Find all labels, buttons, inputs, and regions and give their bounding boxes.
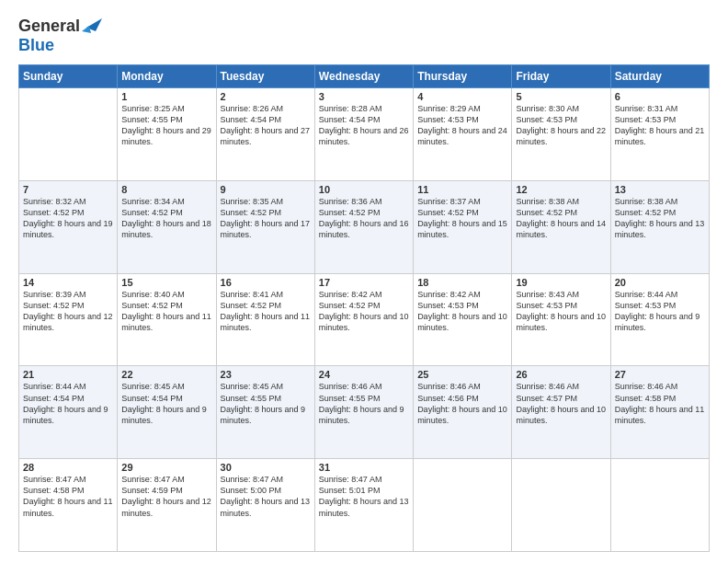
day-number: 23 bbox=[221, 369, 311, 380]
calendar-cell: 7 Sunrise: 8:32 AMSunset: 4:52 PMDayligh… bbox=[19, 180, 118, 273]
cell-info: Sunrise: 8:44 AMSunset: 4:53 PMDaylight:… bbox=[615, 289, 705, 334]
col-header-monday: Monday bbox=[118, 65, 216, 88]
day-number: 26 bbox=[516, 369, 606, 380]
day-number: 8 bbox=[121, 184, 211, 195]
col-header-saturday: Saturday bbox=[610, 65, 709, 88]
cell-info: Sunrise: 8:47 AMSunset: 5:01 PMDaylight:… bbox=[319, 474, 409, 519]
calendar-cell: 15 Sunrise: 8:40 AMSunset: 4:52 PMDaylig… bbox=[118, 273, 216, 366]
calendar-cell: 28 Sunrise: 8:47 AMSunset: 4:58 PMDaylig… bbox=[19, 459, 118, 552]
day-number: 16 bbox=[221, 277, 311, 288]
calendar-week-row: 14 Sunrise: 8:39 AMSunset: 4:52 PMDaylig… bbox=[19, 273, 710, 366]
calendar-cell: 19 Sunrise: 8:43 AMSunset: 4:53 PMDaylig… bbox=[512, 273, 610, 366]
day-number: 2 bbox=[221, 91, 311, 102]
calendar-cell: 3 Sunrise: 8:28 AMSunset: 4:54 PMDayligh… bbox=[314, 88, 413, 181]
cell-info: Sunrise: 8:47 AMSunset: 4:59 PMDaylight:… bbox=[121, 474, 211, 519]
day-number: 5 bbox=[516, 91, 606, 102]
col-header-tuesday: Tuesday bbox=[216, 65, 314, 88]
cell-info: Sunrise: 8:42 AMSunset: 4:52 PMDaylight:… bbox=[319, 289, 409, 334]
cell-info: Sunrise: 8:45 AMSunset: 4:54 PMDaylight:… bbox=[121, 381, 211, 426]
day-number: 14 bbox=[23, 277, 113, 288]
calendar-cell: 29 Sunrise: 8:47 AMSunset: 4:59 PMDaylig… bbox=[118, 459, 216, 552]
calendar-cell: 14 Sunrise: 8:39 AMSunset: 4:52 PMDaylig… bbox=[19, 273, 118, 366]
calendar-cell bbox=[19, 88, 118, 181]
day-number: 7 bbox=[23, 184, 113, 195]
day-number: 13 bbox=[615, 184, 705, 195]
calendar-cell: 9 Sunrise: 8:35 AMSunset: 4:52 PMDayligh… bbox=[216, 180, 314, 273]
day-number: 29 bbox=[121, 462, 211, 473]
calendar-cell: 5 Sunrise: 8:30 AMSunset: 4:53 PMDayligh… bbox=[512, 88, 610, 181]
calendar-cell: 22 Sunrise: 8:45 AMSunset: 4:54 PMDaylig… bbox=[118, 366, 216, 459]
cell-info: Sunrise: 8:31 AMSunset: 4:53 PMDaylight:… bbox=[615, 103, 705, 148]
calendar-cell: 27 Sunrise: 8:46 AMSunset: 4:58 PMDaylig… bbox=[610, 366, 709, 459]
cell-info: Sunrise: 8:30 AMSunset: 4:53 PMDaylight:… bbox=[516, 103, 606, 148]
cell-info: Sunrise: 8:39 AMSunset: 4:52 PMDaylight:… bbox=[23, 289, 113, 334]
calendar-cell: 1 Sunrise: 8:25 AMSunset: 4:55 PMDayligh… bbox=[118, 88, 216, 181]
day-number: 17 bbox=[319, 277, 409, 288]
calendar-cell: 24 Sunrise: 8:46 AMSunset: 4:55 PMDaylig… bbox=[314, 366, 413, 459]
day-number: 28 bbox=[23, 462, 113, 473]
cell-info: Sunrise: 8:46 AMSunset: 4:57 PMDaylight:… bbox=[516, 381, 606, 426]
calendar-cell: 31 Sunrise: 8:47 AMSunset: 5:01 PMDaylig… bbox=[314, 459, 413, 552]
calendar-cell: 16 Sunrise: 8:41 AMSunset: 4:52 PMDaylig… bbox=[216, 273, 314, 366]
calendar-cell: 23 Sunrise: 8:45 AMSunset: 4:55 PMDaylig… bbox=[216, 366, 314, 459]
col-header-thursday: Thursday bbox=[414, 65, 512, 88]
cell-info: Sunrise: 8:36 AMSunset: 4:52 PMDaylight:… bbox=[319, 196, 409, 241]
day-number: 4 bbox=[417, 91, 507, 102]
calendar-cell: 2 Sunrise: 8:26 AMSunset: 4:54 PMDayligh… bbox=[216, 88, 314, 181]
header: General Blue bbox=[18, 17, 710, 55]
cell-info: Sunrise: 8:45 AMSunset: 4:55 PMDaylight:… bbox=[221, 381, 311, 426]
cell-info: Sunrise: 8:25 AMSunset: 4:55 PMDaylight:… bbox=[121, 103, 211, 148]
calendar-cell: 4 Sunrise: 8:29 AMSunset: 4:53 PMDayligh… bbox=[414, 88, 512, 181]
cell-info: Sunrise: 8:47 AMSunset: 5:00 PMDaylight:… bbox=[221, 474, 311, 519]
cell-info: Sunrise: 8:29 AMSunset: 4:53 PMDaylight:… bbox=[417, 103, 507, 148]
cell-info: Sunrise: 8:38 AMSunset: 4:52 PMDaylight:… bbox=[516, 196, 606, 241]
logo-blue-text: Blue bbox=[18, 36, 54, 54]
calendar-cell bbox=[610, 459, 709, 552]
col-header-friday: Friday bbox=[512, 65, 610, 88]
day-number: 27 bbox=[615, 369, 705, 380]
calendar-week-row: 7 Sunrise: 8:32 AMSunset: 4:52 PMDayligh… bbox=[19, 180, 710, 273]
day-number: 31 bbox=[319, 462, 409, 473]
logo: General Blue bbox=[18, 17, 102, 55]
day-number: 1 bbox=[121, 91, 211, 102]
calendar-cell: 12 Sunrise: 8:38 AMSunset: 4:52 PMDaylig… bbox=[512, 180, 610, 273]
cell-info: Sunrise: 8:28 AMSunset: 4:54 PMDaylight:… bbox=[319, 103, 409, 148]
calendar-cell: 30 Sunrise: 8:47 AMSunset: 5:00 PMDaylig… bbox=[216, 459, 314, 552]
calendar-cell: 18 Sunrise: 8:42 AMSunset: 4:53 PMDaylig… bbox=[414, 273, 512, 366]
cell-info: Sunrise: 8:46 AMSunset: 4:58 PMDaylight:… bbox=[615, 381, 705, 426]
calendar-header-row: SundayMondayTuesdayWednesdayThursdayFrid… bbox=[19, 65, 710, 88]
day-number: 11 bbox=[417, 184, 507, 195]
cell-info: Sunrise: 8:46 AMSunset: 4:56 PMDaylight:… bbox=[417, 381, 507, 426]
calendar-cell: 26 Sunrise: 8:46 AMSunset: 4:57 PMDaylig… bbox=[512, 366, 610, 459]
col-header-sunday: Sunday bbox=[19, 65, 118, 88]
cell-info: Sunrise: 8:26 AMSunset: 4:54 PMDaylight:… bbox=[221, 103, 311, 148]
day-number: 19 bbox=[516, 277, 606, 288]
calendar-cell: 6 Sunrise: 8:31 AMSunset: 4:53 PMDayligh… bbox=[610, 88, 709, 181]
logo-bird-icon bbox=[82, 18, 102, 35]
day-number: 24 bbox=[319, 369, 409, 380]
cell-info: Sunrise: 8:47 AMSunset: 4:58 PMDaylight:… bbox=[23, 474, 113, 519]
day-number: 30 bbox=[221, 462, 311, 473]
calendar-cell: 10 Sunrise: 8:36 AMSunset: 4:52 PMDaylig… bbox=[314, 180, 413, 273]
calendar-cell: 13 Sunrise: 8:38 AMSunset: 4:52 PMDaylig… bbox=[610, 180, 709, 273]
day-number: 6 bbox=[615, 91, 705, 102]
day-number: 20 bbox=[615, 277, 705, 288]
calendar-cell bbox=[512, 459, 610, 552]
logo-general-text: General bbox=[18, 17, 80, 36]
cell-info: Sunrise: 8:42 AMSunset: 4:53 PMDaylight:… bbox=[417, 289, 507, 334]
cell-info: Sunrise: 8:32 AMSunset: 4:52 PMDaylight:… bbox=[23, 196, 113, 241]
cell-info: Sunrise: 8:35 AMSunset: 4:52 PMDaylight:… bbox=[221, 196, 311, 241]
day-number: 21 bbox=[23, 369, 113, 380]
day-number: 25 bbox=[417, 369, 507, 380]
day-number: 12 bbox=[516, 184, 606, 195]
cell-info: Sunrise: 8:38 AMSunset: 4:52 PMDaylight:… bbox=[615, 196, 705, 241]
calendar-week-row: 28 Sunrise: 8:47 AMSunset: 4:58 PMDaylig… bbox=[19, 459, 710, 552]
cell-info: Sunrise: 8:44 AMSunset: 4:54 PMDaylight:… bbox=[23, 381, 113, 426]
cell-info: Sunrise: 8:43 AMSunset: 4:53 PMDaylight:… bbox=[516, 289, 606, 334]
calendar-cell: 25 Sunrise: 8:46 AMSunset: 4:56 PMDaylig… bbox=[414, 366, 512, 459]
day-number: 3 bbox=[319, 91, 409, 102]
page: General Blue SundayMondayTuesdayWednesda… bbox=[0, 0, 728, 563]
calendar-cell: 21 Sunrise: 8:44 AMSunset: 4:54 PMDaylig… bbox=[19, 366, 118, 459]
day-number: 9 bbox=[221, 184, 311, 195]
calendar-cell bbox=[414, 459, 512, 552]
